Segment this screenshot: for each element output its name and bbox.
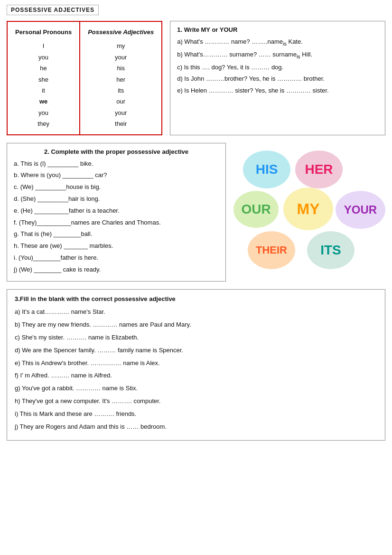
pronouns-table: Personal Pronouns I you he she it we you… [7, 21, 162, 135]
bubble-her: HER [295, 151, 343, 188]
possessive-adjectives-title: Possessive Adjectives [88, 27, 154, 38]
exercise3-item-i: i) This is Mark and these are ………. frien… [15, 409, 377, 419]
possessive-adjectives-items: my your his her its our your their [88, 40, 154, 129]
adj-your2: your [88, 107, 154, 118]
exercise2-item-i: i. (You)________father is here. [14, 253, 219, 263]
exercise3-title: 3.Fill in the blank with the correct pos… [15, 295, 377, 302]
middle-section: 2. Complete with the proper possessive a… [7, 143, 385, 282]
pronoun-it: it [15, 85, 72, 96]
exercise3-item-c: c) She's my sister. ………. name is Elizabe… [15, 333, 377, 343]
exercise2-title: 2. Complete with the proper possessive a… [14, 148, 219, 155]
bubble-its: ITS [307, 231, 355, 269]
exercise2-item-h: h. These are (we) _______ marbles. [14, 241, 219, 251]
personal-pronouns-title: Personal Pronouns [15, 27, 72, 38]
bubble-their: THEIR [248, 231, 295, 269]
pronoun-she: she [15, 74, 72, 85]
personal-pronouns-items: I you he she it we you they [15, 40, 72, 129]
pronoun-they: they [15, 118, 72, 129]
exercise2-item-g: g. That is (he) ________ball. [14, 229, 219, 239]
exercise2-item-c: c. (We) _________house is big. [14, 182, 219, 192]
exercise2-item-j: j) (We) ________ cake is ready. [14, 265, 219, 275]
exercise2-item-d: d. (She) _________hair is long. [14, 194, 219, 204]
exercise1-title: 1. Write MY or YOUR [177, 26, 378, 33]
adj-their: their [88, 118, 154, 129]
adj-your: your [88, 52, 154, 63]
exercise1-box: 1. Write MY or YOUR a) What's ………… name?… [170, 21, 385, 135]
exercise1-item-a: a) What's ………… name? ……..nameis Kate. [177, 37, 378, 47]
adj-its: its [88, 85, 154, 96]
pronoun-you: you [15, 52, 72, 63]
exercise2-item-f: f. (They)__________names are Charles and… [14, 218, 219, 228]
exercise3-item-f: f) I' m Alfred. ……… name is Alfred. [15, 371, 377, 381]
flower-area: HIS HER OUR MY YOUR THEIR ITS [233, 143, 385, 282]
exercise3-item-j: j) They are Rogers and Adam and this is … [15, 422, 377, 432]
exercise2-box: 2. Complete with the proper possessive a… [7, 143, 226, 282]
possessive-adjectives-col: Possessive Adjectives my your his her it… [80, 22, 161, 134]
exercise3-box: 3.Fill in the blank with the correct pos… [7, 289, 385, 441]
bubble-our: OUR [233, 191, 279, 228]
flower-container: HIS HER OUR MY YOUR THEIR ITS [233, 146, 385, 279]
pronoun-we: we [15, 96, 72, 107]
exercise2-item-b: b. Where is (you) _________ car? [14, 170, 219, 180]
personal-pronouns-col: Personal Pronouns I you he she it we you… [8, 22, 80, 134]
bubble-your: YOUR [336, 191, 385, 229]
exercise3-item-d: d) We are the Spencer family. ……… family… [15, 346, 377, 356]
exercise1-item-d: d) Is John ………brother? Yes, he is ………… b… [177, 74, 378, 84]
exercise3-item-e: e) This is Andrew's brother. …………… name … [15, 358, 377, 368]
bubble-his: HIS [243, 151, 290, 188]
exercise1-item-b: b) What's………… surname? …… surnameis Hill… [177, 50, 378, 60]
exercise3-item-b: b) They are my new friends. ………… names a… [15, 320, 377, 330]
adj-his: his [88, 63, 154, 74]
page-title: POSSESSIVE ADJECTIVES [7, 5, 99, 15]
pronoun-he: he [15, 63, 72, 74]
pronoun-i: I [15, 40, 72, 51]
bubble-my: MY [283, 188, 333, 230]
exercise3-item-h: h) They've got a new computer. It's ……….… [15, 396, 377, 406]
pronoun-you2: you [15, 107, 72, 118]
top-section: Personal Pronouns I you he she it we you… [7, 21, 385, 135]
exercise3-item-g: g) You've got a rabbit. ………… name is Sti… [15, 384, 377, 394]
adj-her: her [88, 74, 154, 85]
exercise2-item-a: a. This is (I) _________ bike. [14, 159, 219, 169]
exercise3-item-a: a) It's a cat………… name's Star. [15, 307, 377, 317]
exercise1-item-c: c) Is this …. dog? Yes, it is ……… dog. [177, 63, 378, 72]
adj-our: our [88, 96, 154, 107]
exercise1-item-e: e) Is Helen ………… sister? Yes, she is ………… [177, 86, 378, 95]
exercise2-item-e: e. (He) __________father is a teacher. [14, 206, 219, 216]
adj-my: my [88, 40, 154, 51]
